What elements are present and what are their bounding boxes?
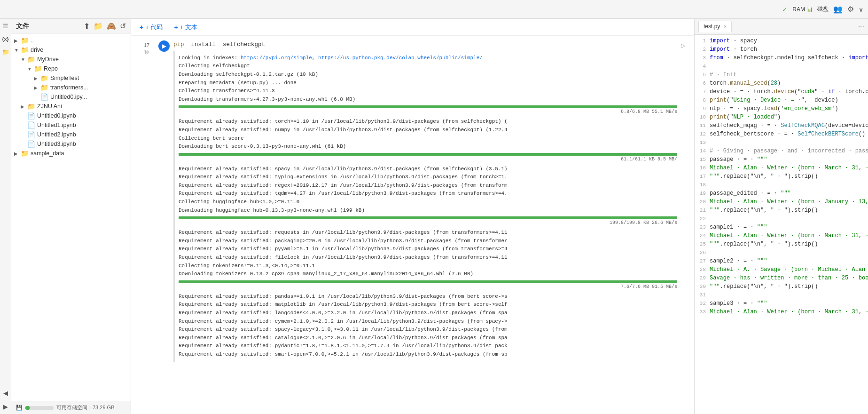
sidebar-item-sample_data[interactable]: ▶📁sample_data xyxy=(11,149,131,158)
output-line-22: Requirement already satisfied: filelock … xyxy=(179,254,677,262)
code-line-30: 30""".replace("\n", " · ").strip() xyxy=(695,282,868,291)
output-link[interactable]: https://pypi.org/simple xyxy=(241,55,312,61)
tree-icon-untitled3ipynb: 📄 xyxy=(27,140,35,148)
tree-icon-untitled0ipy: 📄 xyxy=(40,93,48,101)
folder-icon[interactable]: 📁 xyxy=(2,48,9,56)
menu-icon[interactable]: ☰ xyxy=(3,23,8,30)
output-line-26: Requirement already satisfied: pandas>=1… xyxy=(179,293,677,301)
tree-label-untitled0ipy: Untitled0.ipy... xyxy=(50,94,87,100)
disk-bar-fill xyxy=(25,406,30,410)
editor-tab-testpy[interactable]: test.py × xyxy=(698,21,732,32)
output-line-24: Downloading tokenizers-0.13.2-cp39-cp39-… xyxy=(179,270,677,279)
sidebar-footer: 💾 可用存储空间：73.29 GB xyxy=(11,401,131,414)
tree-icon-mydrive: 📁 xyxy=(27,56,35,63)
tree-icon-simpletest: 📁 xyxy=(40,74,48,82)
disk-icon: 💾 xyxy=(16,405,23,411)
tree-label-simpletest: SimpleTest xyxy=(50,75,79,81)
arrow-right-icon[interactable]: ▶ xyxy=(3,403,8,410)
new-folder-icon[interactable]: 📁 xyxy=(94,22,103,31)
tree-icon-sample_data: 📁 xyxy=(21,150,29,157)
sidebar-item-untitled0ipynb[interactable]: 📄Untitled0.ipynb xyxy=(11,111,131,120)
upload-icon[interactable]: ⬆ xyxy=(84,22,90,31)
progress-bar-18: 199.8/199.8 KB 26.6 MB/s xyxy=(179,216,677,227)
variable-icon[interactable]: {x} xyxy=(2,36,9,42)
output-line-20: Requirement already satisfied: packaging… xyxy=(179,237,677,246)
tree-arrow-drive: ▼ xyxy=(14,48,21,53)
storage-text: 可用存储空间：73.29 GB xyxy=(56,404,114,411)
main-layout: ☰ {x} 📁 ◀ ▶ 文件 ⬆ 📁 🙈 ↺ ▶📁..▼📁drive▼📁MyDr… xyxy=(0,19,868,414)
cell-arrow: ▷ xyxy=(681,40,690,49)
output-line-0: Looking in indexes: https://pypi.org/sim… xyxy=(179,54,677,63)
sidebar-item-dotdot[interactable]: ▶📁.. xyxy=(11,36,131,45)
sidebar-item-untitled2ipynb[interactable]: 📄Untitled2.ipynb xyxy=(11,130,131,139)
sidebar-tree: ▶📁..▼📁drive▼📁MyDrive▼📁Repo▶📁SimpleTest▶📁… xyxy=(11,34,131,401)
refresh-icon[interactable]: ↺ xyxy=(120,22,126,31)
output-line-4: Collecting transformers>=4.11.3 xyxy=(179,87,677,96)
output-line-23: Collecting tokenizers!=0.11.3,<0.14,>=0.… xyxy=(179,262,677,271)
cell-time: 秒 xyxy=(144,49,149,56)
code-editor-panel: test.py × ··· 1import · spacy2import · t… xyxy=(694,19,868,414)
code-line-10: 10print("NLP · loaded") xyxy=(695,113,868,121)
run-cell-button[interactable]: ▶ xyxy=(158,40,170,52)
tree-label-drive: drive xyxy=(31,47,43,53)
sidebar-item-untitled1ipynb[interactable]: 📄Untitled1.ipynb xyxy=(11,120,131,130)
sidebar-item-transformers[interactable]: ▶📁transformers... xyxy=(11,83,131,92)
code-line-15: 15passage · = · """ xyxy=(695,155,868,164)
tree-label-untitled1ipynb: Untitled1.ipynb xyxy=(37,122,76,128)
cell-output: Looking in indexes: https://pypi.org/sim… xyxy=(173,51,681,362)
code-line-22: 22 xyxy=(695,215,868,223)
sidebar-item-simpletest[interactable]: ▶📁SimpleTest xyxy=(11,73,131,83)
sidebar-item-drive[interactable]: ▼📁drive xyxy=(11,45,131,55)
code-line-12: 12selfcheck_bertscore · = · SelfCheckBER… xyxy=(695,130,868,138)
sidebar-item-zjnu[interactable]: ▶📁ZJNU Ani xyxy=(11,102,131,111)
settings-icon[interactable]: ⚙ xyxy=(847,5,854,14)
cell-code: pip install selfcheckgpt xyxy=(173,40,681,49)
sidebar-item-mydrive[interactable]: ▼📁MyDrive xyxy=(11,55,131,64)
code-line-29: 29Savage · has · written · more · than ·… xyxy=(695,274,868,282)
code-line-4: 4 xyxy=(695,62,868,71)
code-line-18: 18 xyxy=(695,181,868,189)
editor-more-icon[interactable]: ··· xyxy=(858,23,864,31)
tree-label-sample_data: sample_data xyxy=(31,150,64,157)
hide-icon[interactable]: 🙈 xyxy=(107,22,116,31)
code-line-5: 5# · Init xyxy=(695,71,868,79)
output-line-21: Requirement already satisfied: pyyaml>=5… xyxy=(179,245,677,254)
code-line-3: 3from · selfcheckgpt.modeling_selfcheck … xyxy=(695,54,868,62)
cell-content: pip install selfcheckgpt Looking in inde… xyxy=(170,40,681,362)
code-line-25: 25""".replace("\n", " · ").strip() xyxy=(695,240,868,248)
cell-gutter: 17 秒 xyxy=(135,40,158,56)
output-line-10: Downloading bert_score-0.3.13-py3-none-a… xyxy=(179,143,677,151)
output-line-7: Requirement already satisfied: torch>=1.… xyxy=(179,118,677,126)
output-line-8: Requirement already satisfied: numpy in … xyxy=(179,126,677,135)
sidebar-item-repo[interactable]: ▼📁Repo xyxy=(11,64,131,73)
disk-indicator: 磁盘 xyxy=(817,5,829,13)
tree-icon-untitled1ipynb: 📄 xyxy=(27,121,35,129)
ram-indicator: RAM 📊 xyxy=(792,6,813,13)
output-line-30: Requirement already satisfied: spacy-leg… xyxy=(179,326,677,334)
code-line-19: 19passage_edited · = · """ xyxy=(695,189,868,198)
tree-arrow-repo: ▼ xyxy=(27,66,34,72)
sidebar-item-untitled3ipynb[interactable]: 📄Untitled3.ipynb xyxy=(11,139,131,149)
users-icon[interactable]: 👥 xyxy=(833,5,843,14)
tab-close-icon[interactable]: × xyxy=(724,24,727,29)
tree-arrow-dotdot: ▶ xyxy=(14,38,21,43)
output-link[interactable]: https://us-python.pkg.dev/colab-wheels/p… xyxy=(318,55,483,61)
sidebar-title: 文件 xyxy=(16,22,29,31)
tree-label-mydrive: MyDrive xyxy=(37,56,59,63)
output-line-29: Requirement already satisfied: cymem<2.1… xyxy=(179,318,677,326)
arrow-left-icon[interactable]: ◀ xyxy=(3,390,8,397)
add-text-btn[interactable]: + + 文本 xyxy=(171,22,200,32)
progress-bar-11: 61.1/61.1 KB 8.5 MB/ xyxy=(179,153,677,163)
output-line-9: Collecting bert_score xyxy=(179,135,677,143)
code-line-33: 33Michael · Alan · Weiner · (born · Marc… xyxy=(695,308,868,316)
add-code-btn[interactable]: + + 代码 xyxy=(137,22,165,32)
output-line-32: Requirement already satisfied: pydantic!… xyxy=(179,342,677,350)
code-cell: 17 秒 ▶ pip install selfcheckgpt Looking … xyxy=(131,40,694,363)
code-editor: 1import · spacy2import · torch3from · se… xyxy=(695,35,868,414)
output-line-14: Requirement already satisfied: regex!=20… xyxy=(179,182,677,190)
tree-label-untitled3ipynb: Untitled3.ipynb xyxy=(37,141,76,147)
disk-label: 磁盘 xyxy=(817,5,829,13)
sidebar-item-untitled0ipy[interactable]: 📄Untitled0.ipy... xyxy=(11,92,131,102)
output-line-31: Requirement already satisfied: catalogue… xyxy=(179,334,677,342)
expand-icon[interactable]: ∨ xyxy=(859,6,863,13)
